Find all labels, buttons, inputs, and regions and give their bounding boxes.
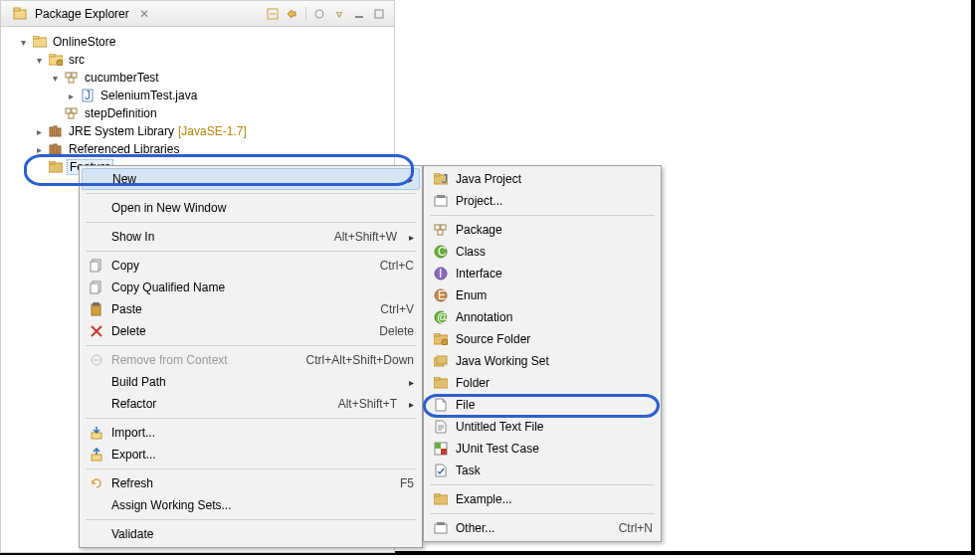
menu-file[interactable]: File — [426, 394, 659, 416]
tree-jre[interactable]: JRE System Library [JavaSE-1.7] — [5, 122, 390, 140]
twisty-icon[interactable] — [49, 71, 61, 85]
tree-java-file[interactable]: J SeleniumTest.java — [5, 87, 390, 104]
menu-project[interactable]: Project... — [426, 190, 659, 212]
menu-paste[interactable]: Paste Ctrl+V — [82, 298, 420, 320]
menu-java-project[interactable]: J Java Project — [426, 168, 659, 190]
menu-build-path[interactable]: Build Path — [82, 371, 420, 393]
menu-label: Build Path — [111, 375, 397, 389]
menu-source-folder[interactable]: Source Folder — [426, 328, 659, 350]
svg-rect-22 — [58, 128, 61, 136]
tree-package[interactable]: cucumberTest — [5, 69, 390, 87]
explorer-tab[interactable]: Package Explorer ✕ — [5, 4, 153, 24]
menu-delete[interactable]: Delete Delete — [82, 320, 420, 342]
svg-rect-68 — [441, 449, 447, 455]
collapse-all-icon[interactable] — [266, 7, 280, 21]
svg-rect-18 — [72, 108, 77, 113]
menu-label: Export... — [111, 448, 414, 462]
tree-stepdef[interactable]: stepDefinition — [5, 104, 390, 122]
menu-refactor[interactable]: Refactor Alt+Shift+T — [82, 393, 420, 415]
menu-junit-test[interactable]: JUnit Test Case — [426, 438, 659, 460]
menu-example[interactable]: Example... — [426, 488, 659, 510]
project-tree[interactable]: OnlineStore src cucumberTest J SeleniumT… — [1, 27, 394, 182]
tree-label: JRE System Library — [67, 124, 176, 138]
menu-label: Refresh — [111, 476, 394, 490]
task-icon — [432, 464, 450, 477]
delete-icon — [88, 325, 105, 337]
menu-separator — [86, 193, 416, 194]
filter-icon[interactable] — [312, 7, 326, 21]
menu-annotation[interactable]: @ Annotation — [426, 306, 659, 328]
menu-import[interactable]: Import... — [82, 422, 420, 444]
svg-rect-6 — [375, 10, 383, 18]
menu-folder[interactable]: Folder — [426, 372, 659, 394]
minimize-icon[interactable] — [352, 7, 366, 21]
svg-rect-47 — [438, 230, 443, 235]
menu-open-new-window[interactable]: Open in New Window — [82, 197, 420, 219]
menu-shortcut: Ctrl+V — [380, 302, 414, 316]
svg-rect-29 — [91, 262, 98, 272]
menu-export[interactable]: Export... — [82, 444, 420, 466]
svg-rect-8 — [33, 36, 39, 39]
twisty-icon[interactable] — [17, 35, 29, 49]
svg-rect-62 — [434, 377, 440, 380]
menu-label: Class — [456, 245, 653, 259]
class-icon: C — [432, 245, 450, 259]
svg-point-4 — [315, 10, 323, 18]
menu-validate[interactable]: Validate — [82, 523, 420, 545]
svg-rect-1 — [14, 8, 20, 11]
twisty-icon[interactable] — [65, 89, 77, 102]
menu-other[interactable]: Other... Ctrl+N — [426, 517, 659, 539]
submenu-arrow-icon — [403, 230, 414, 244]
menu-interface[interactable]: I Interface — [426, 263, 659, 284]
svg-point-58 — [442, 339, 448, 345]
view-menu-icon[interactable]: ▿ — [332, 7, 346, 21]
svg-rect-31 — [91, 283, 98, 293]
twisty-icon[interactable] — [33, 142, 45, 156]
menu-separator — [86, 251, 416, 252]
menu-separator — [86, 418, 416, 419]
menu-class[interactable]: C Class — [426, 241, 659, 263]
menu-task[interactable]: Task — [426, 460, 659, 481]
tree-src[interactable]: src — [5, 51, 390, 69]
submenu-arrow-icon — [403, 375, 414, 389]
svg-text:@: @ — [437, 310, 448, 324]
menu-java-working-set[interactable]: Java Working Set — [426, 350, 659, 372]
close-icon[interactable]: ✕ — [139, 7, 149, 21]
file-icon — [432, 398, 450, 412]
svg-rect-32 — [92, 304, 100, 315]
package-icon — [64, 105, 80, 121]
link-editor-icon[interactable] — [286, 7, 299, 21]
tree-label: OnlineStore — [51, 35, 117, 49]
svg-rect-70 — [434, 493, 440, 496]
tree-project[interactable]: OnlineStore — [5, 33, 390, 51]
refresh-icon — [88, 476, 105, 490]
menu-package[interactable]: Package — [426, 219, 659, 241]
twisty-icon[interactable] — [33, 124, 45, 138]
maximize-icon[interactable] — [372, 7, 386, 21]
text-file-icon — [432, 420, 450, 434]
menu-label: Enum — [456, 288, 653, 302]
tree-qualifier: [JavaSE-1.7] — [176, 124, 249, 138]
svg-text:J: J — [442, 173, 448, 185]
example-icon — [432, 493, 450, 505]
menu-copy[interactable]: Copy Ctrl+C — [82, 255, 420, 277]
menu-label: Paste — [111, 302, 374, 316]
menu-untitled-text[interactable]: Untitled Text File — [426, 416, 659, 438]
menu-refresh[interactable]: Refresh F5 — [82, 472, 420, 494]
menu-assign-working-sets[interactable]: Assign Working Sets... — [82, 494, 420, 516]
twisty-icon[interactable] — [33, 53, 45, 67]
menu-label: Validate — [111, 527, 414, 541]
package-explorer-icon — [12, 6, 28, 22]
menu-new[interactable]: New — [82, 168, 420, 190]
svg-rect-43 — [435, 197, 447, 206]
menu-enum[interactable]: E Enum — [426, 284, 659, 306]
svg-rect-19 — [69, 113, 74, 118]
menu-copy-qualified[interactable]: Copy Qualified Name — [82, 277, 420, 298]
import-icon — [88, 426, 105, 440]
tree-reflibs[interactable]: Referenced Libraries — [5, 140, 390, 158]
menu-show-in[interactable]: Show In Alt+Shift+W — [82, 226, 420, 248]
svg-rect-13 — [72, 73, 77, 78]
svg-rect-60 — [437, 356, 447, 364]
menu-label: Folder — [456, 376, 653, 390]
menu-label: Java Working Set — [456, 354, 653, 368]
